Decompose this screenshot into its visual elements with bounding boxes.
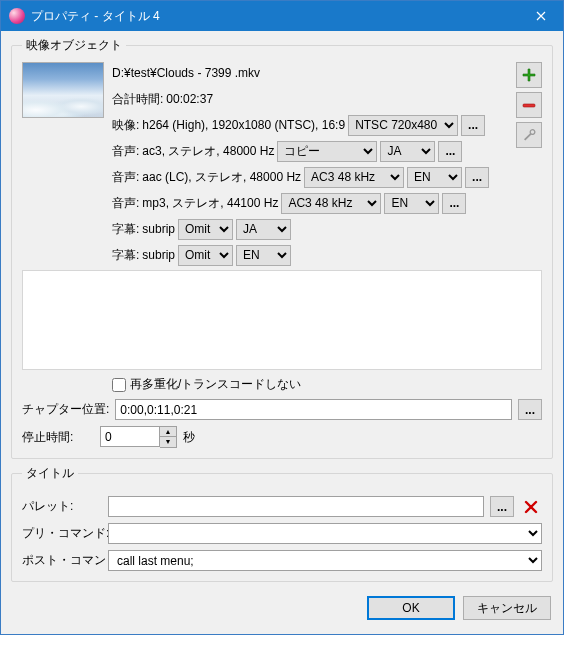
total-time-value: 00:02:37 — [166, 88, 213, 110]
titlebar: プロパティ - タイトル 4 — [1, 1, 563, 31]
chapter-input[interactable] — [115, 399, 512, 420]
video-object-group: 映像オブジェクト D:¥test¥Clouds - 7399 .mkv 合計時間… — [11, 37, 553, 459]
sub2-info: subrip — [142, 244, 175, 266]
remove-button[interactable] — [516, 92, 542, 118]
remux-checkbox[interactable] — [112, 378, 126, 392]
palette-more-button[interactable]: ... — [490, 496, 514, 517]
video-info: h264 (High), 1920x1080 (NTSC), 16:9 — [142, 114, 345, 136]
pause-input[interactable] — [100, 426, 160, 447]
object-info: D:¥test¥Clouds - 7399 .mkv 合計時間: 00:02:3… — [112, 62, 502, 266]
minus-icon — [521, 97, 537, 113]
postcmd-label: ポスト・コマンド: — [22, 552, 102, 569]
video-stream-line: 映像: h264 (High), 1920x1080 (NTSC), 16:9 … — [112, 114, 502, 136]
pause-spin-down[interactable]: ▼ — [160, 437, 176, 447]
audio2-more-button[interactable]: ... — [465, 167, 489, 188]
audio2-enc-select[interactable]: AC3 48 kHz — [304, 167, 404, 188]
sub2-lang-select[interactable]: EN — [236, 245, 291, 266]
sub2-line: 字幕: subrip Omit EN — [112, 244, 502, 266]
audio1-info: ac3, ステレオ, 48000 Hz — [142, 140, 274, 162]
side-buttons — [516, 62, 542, 266]
postcmd-select[interactable]: call last menu; — [108, 550, 542, 571]
audio3-enc-select[interactable]: AC3 48 kHz — [281, 193, 381, 214]
video-object-legend: 映像オブジェクト — [22, 37, 126, 54]
palette-label: パレット: — [22, 498, 102, 515]
object-list-area[interactable] — [22, 270, 542, 370]
pause-spinner: ▲ ▼ — [100, 426, 177, 448]
precmd-select[interactable] — [108, 523, 542, 544]
precmd-label: プリ・コマンド: — [22, 525, 102, 542]
audio3-lang-select[interactable]: EN — [384, 193, 439, 214]
audio3-more-button[interactable]: ... — [442, 193, 466, 214]
precmd-row: プリ・コマンド: — [22, 523, 542, 544]
pause-spin-buttons: ▲ ▼ — [160, 426, 177, 448]
pause-spin-up[interactable]: ▲ — [160, 427, 176, 437]
pause-label: 停止時間: — [22, 429, 94, 446]
total-time-label: 合計時間: — [112, 88, 163, 110]
chapter-label: チャプター位置: — [22, 401, 109, 418]
chapter-row: チャプター位置: ... — [22, 399, 542, 420]
audio3-line: 音声: mp3, ステレオ, 44100 Hz AC3 48 kHz EN ..… — [112, 192, 502, 214]
total-time-line: 合計時間: 00:02:37 — [112, 88, 502, 110]
remux-label: 再多重化/トランスコードしない — [130, 376, 301, 393]
palette-input[interactable] — [108, 496, 484, 517]
audio2-prefix: 音声: — [112, 166, 139, 188]
plus-icon — [521, 67, 537, 83]
file-path: D:¥test¥Clouds - 7399 .mkv — [112, 62, 260, 84]
audio3-prefix: 音声: — [112, 192, 139, 214]
video-prefix: 映像: — [112, 114, 139, 136]
audio1-prefix: 音声: — [112, 140, 139, 162]
sub1-action-select[interactable]: Omit — [178, 219, 233, 240]
audio1-enc-select[interactable]: コピー — [277, 141, 377, 162]
dialog-buttons: OK キャンセル — [11, 588, 553, 624]
audio2-lang-select[interactable]: EN — [407, 167, 462, 188]
sub1-line: 字幕: subrip Omit JA — [112, 218, 502, 240]
pause-row: 停止時間: ▲ ▼ 秒 — [22, 426, 542, 448]
video-more-button[interactable]: ... — [461, 115, 485, 136]
sub1-lang-select[interactable]: JA — [236, 219, 291, 240]
file-path-line: D:¥test¥Clouds - 7399 .mkv — [112, 62, 502, 84]
add-button[interactable] — [516, 62, 542, 88]
app-icon — [9, 8, 25, 24]
svg-rect-0 — [523, 104, 535, 107]
cancel-button[interactable]: キャンセル — [463, 596, 551, 620]
sub2-action-select[interactable]: Omit — [178, 245, 233, 266]
close-icon — [536, 11, 546, 21]
object-row: D:¥test¥Clouds - 7399 .mkv 合計時間: 00:02:3… — [22, 62, 542, 266]
window-title: プロパティ - タイトル 4 — [31, 8, 518, 25]
remux-row: 再多重化/トランスコードしない — [22, 376, 542, 393]
audio2-info: aac (LC), ステレオ, 48000 Hz — [142, 166, 301, 188]
dialog-content: 映像オブジェクト D:¥test¥Clouds - 7399 .mkv 合計時間… — [1, 31, 563, 634]
chapter-more-button[interactable]: ... — [518, 399, 542, 420]
audio1-lang-select[interactable]: JA — [380, 141, 435, 162]
ok-button[interactable]: OK — [367, 596, 455, 620]
sub2-prefix: 字幕: — [112, 244, 139, 266]
title-group: タイトル パレット: ... プリ・コマンド: ポスト・コマンド: call l… — [11, 465, 553, 582]
title-legend: タイトル — [22, 465, 78, 482]
video-format-select[interactable]: NTSC 720x480 — [348, 115, 458, 136]
delete-icon — [524, 500, 538, 514]
video-thumbnail — [22, 62, 104, 118]
audio1-line: 音声: ac3, ステレオ, 48000 Hz コピー JA ... — [112, 140, 502, 162]
sub1-prefix: 字幕: — [112, 218, 139, 240]
pause-unit: 秒 — [183, 429, 195, 446]
audio1-more-button[interactable]: ... — [438, 141, 462, 162]
audio2-line: 音声: aac (LC), ステレオ, 48000 Hz AC3 48 kHz … — [112, 166, 502, 188]
sub1-info: subrip — [142, 218, 175, 240]
audio3-info: mp3, ステレオ, 44100 Hz — [142, 192, 278, 214]
palette-row: パレット: ... — [22, 496, 542, 517]
wrench-icon — [521, 127, 537, 143]
dialog-window: プロパティ - タイトル 4 映像オブジェクト D:¥test¥Clouds -… — [0, 0, 564, 635]
close-button[interactable] — [518, 1, 563, 31]
settings-button[interactable] — [516, 122, 542, 148]
postcmd-row: ポスト・コマンド: call last menu; — [22, 550, 542, 571]
palette-delete-button[interactable] — [520, 496, 542, 517]
